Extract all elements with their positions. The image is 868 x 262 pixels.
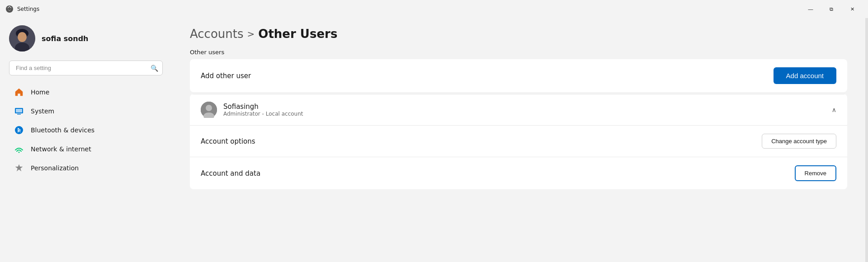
account-data-label: Account and data	[201, 169, 260, 178]
window-controls: — ⧉ ✕	[800, 2, 863, 16]
search-icon: 🔍	[151, 65, 158, 72]
svg-rect-7	[16, 109, 22, 112]
account-data-row: Account and data Remove	[190, 157, 847, 189]
user-avatar	[201, 102, 217, 118]
app-body: sofia sondh 🔍 Home Syst	[0, 18, 868, 262]
svg-rect-6	[17, 114, 21, 115]
scrollbar-track	[865, 18, 868, 262]
network-icon	[14, 145, 24, 154]
personalization-icon	[14, 164, 24, 173]
main-panel: Accounts > Other Users Other users Add o…	[172, 18, 865, 262]
sidebar-item-system-label: System	[31, 108, 54, 115]
section-label: Other users	[190, 49, 847, 56]
home-icon	[14, 88, 24, 97]
maximize-button[interactable]: ⧉	[821, 2, 842, 16]
add-user-card: Add other user Add account	[190, 59, 847, 92]
search-input[interactable]	[9, 61, 163, 75]
svg-point-3	[18, 32, 27, 42]
sidebar-item-system[interactable]: System	[4, 102, 168, 120]
svg-point-11	[206, 105, 212, 111]
sidebar: sofia sondh 🔍 Home Syst	[0, 18, 172, 262]
user-name: Sofiasingh	[223, 103, 303, 111]
add-user-label: Add other user	[201, 72, 251, 80]
username-label: sofia sondh	[42, 34, 89, 43]
user-card: Sofiasingh Administrator - Local account…	[190, 94, 847, 189]
sidebar-item-personalization[interactable]: Personalization	[4, 159, 168, 177]
breadcrumb-current: Other Users	[258, 27, 337, 41]
svg-point-8	[15, 126, 23, 134]
breadcrumb-parent[interactable]: Accounts	[190, 27, 244, 41]
change-account-type-button[interactable]: Change account type	[762, 134, 836, 149]
minimize-button[interactable]: —	[800, 2, 821, 16]
avatar	[9, 25, 35, 51]
app-icon	[5, 5, 14, 13]
search-box: 🔍	[9, 61, 163, 75]
breadcrumb-separator: >	[247, 28, 255, 39]
add-account-button[interactable]: Add account	[774, 67, 836, 84]
sidebar-item-home-label: Home	[31, 89, 49, 96]
sidebar-item-network[interactable]: Network & internet	[4, 140, 168, 158]
remove-button[interactable]: Remove	[795, 165, 836, 181]
breadcrumb: Accounts > Other Users	[190, 27, 847, 41]
sidebar-item-network-label: Network & internet	[31, 145, 91, 153]
sidebar-item-bluetooth-label: Bluetooth & devices	[31, 126, 94, 134]
sidebar-item-personalization-label: Personalization	[31, 164, 79, 172]
account-options-row: Account options Change account type	[190, 125, 847, 157]
user-row-left: Sofiasingh Administrator - Local account	[201, 102, 303, 118]
sidebar-item-home[interactable]: Home	[4, 83, 168, 101]
sidebar-item-bluetooth[interactable]: Bluetooth & devices	[4, 121, 168, 139]
user-role: Administrator - Local account	[223, 111, 303, 117]
add-user-row: Add other user Add account	[190, 59, 847, 92]
svg-point-9	[19, 152, 20, 153]
user-row[interactable]: Sofiasingh Administrator - Local account…	[190, 94, 847, 125]
account-options-label: Account options	[201, 137, 255, 145]
user-info: Sofiasingh Administrator - Local account	[223, 103, 303, 117]
bluetooth-icon	[14, 126, 24, 135]
close-button[interactable]: ✕	[842, 2, 863, 16]
titlebar: Settings — ⧉ ✕	[0, 0, 868, 18]
chevron-up-icon: ∧	[832, 106, 836, 113]
user-profile: sofia sondh	[0, 18, 172, 61]
system-icon	[14, 107, 24, 116]
app-title: Settings	[17, 6, 39, 12]
